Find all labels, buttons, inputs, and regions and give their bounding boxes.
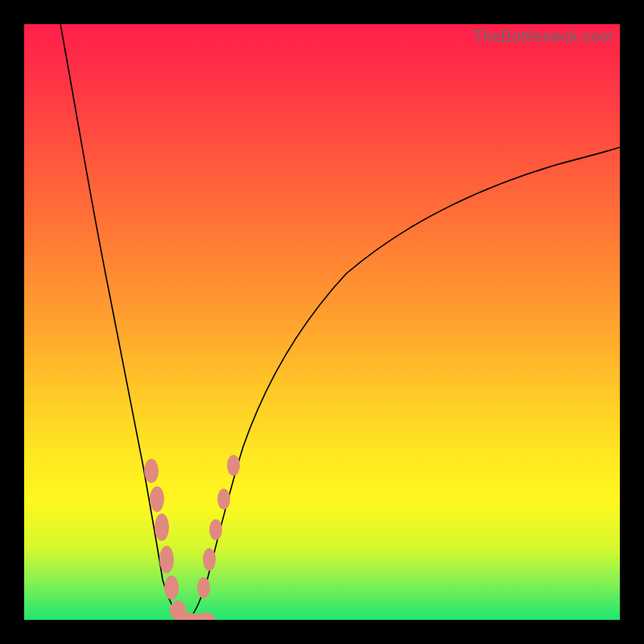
chart-overlay bbox=[24, 24, 620, 620]
curve-marker-9 bbox=[203, 548, 216, 571]
curve-marker-10 bbox=[209, 519, 222, 540]
curve-marker-1 bbox=[150, 486, 164, 512]
chart-frame: TheBottleneck.com bbox=[0, 0, 644, 644]
curve-marker-7 bbox=[196, 613, 215, 620]
curve-marker-12 bbox=[227, 455, 240, 476]
marker-group bbox=[144, 455, 240, 620]
curve-marker-4 bbox=[164, 576, 179, 600]
curve-marker-0 bbox=[144, 459, 159, 483]
curve-marker-3 bbox=[159, 546, 174, 573]
curve-marker-8 bbox=[197, 577, 210, 598]
curve-marker-11 bbox=[217, 489, 230, 510]
curve-marker-2 bbox=[155, 514, 169, 541]
chart-plot-area: TheBottleneck.com bbox=[24, 24, 620, 620]
right-branch-curve bbox=[185, 147, 620, 620]
